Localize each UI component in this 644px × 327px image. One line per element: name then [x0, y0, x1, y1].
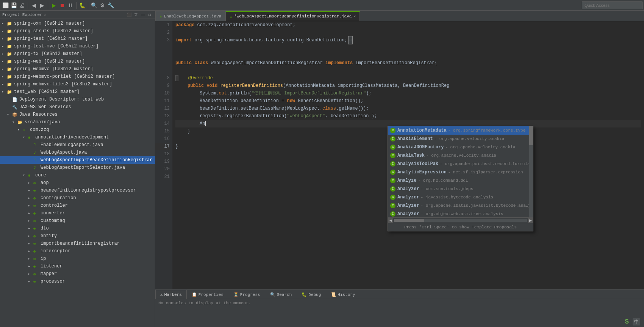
tree-item-dto[interactable]: ▸⊕dto: [0, 225, 155, 232]
tree-item-spring-test[interactable]: ▸📁spring-test [CeShi2 master]: [0, 35, 155, 42]
tree-item-annotationdrivendevelopment[interactable]: ▾⊕annotationdrivendevelopment: [0, 134, 155, 141]
tree-item-ip[interactable]: ▸⊕ip: [0, 255, 155, 263]
explorer-maximize-btn[interactable]: □: [147, 12, 153, 18]
tree-item-java-resources[interactable]: ▾📦Java Resources: [0, 111, 155, 118]
toolbar-btn-stop[interactable]: ⏹: [58, 2, 66, 9]
tree-item-EnableWebLogAspect[interactable]: JEnableWebLogAspect.java: [0, 141, 155, 149]
toolbar-btn-print[interactable]: 🖨: [18, 2, 26, 9]
tree-item-com-zzq[interactable]: ▾⊕com.zzq: [0, 126, 155, 134]
tree-item-spring-webmvc-tiles3[interactable]: ▸📁spring-webmvc-tiles3 [CeShi2 master]: [0, 80, 155, 88]
tree-item-spring-web[interactable]: ▸📁spring-web [CeShi2 master]: [0, 58, 155, 65]
tree-item-beaneefinitionregistrypostprocessor[interactable]: ▸⊕beaneefinitionregistrypostprocessor: [0, 187, 155, 194]
code-line-14: BeanDefinition beanDefinition = new Gene…: [175, 97, 641, 105]
autocomplete-item-1[interactable]: C AnakiaElement - org.apache.velocity.an…: [388, 135, 529, 143]
tree-arrow-spring-web: ▸: [2, 59, 7, 64]
tree-item-WebLogAspectImportBeanDefinitionRegistrar[interactable]: JWebLogAspectImportBeanDefinitionRegistr…: [0, 156, 155, 164]
tree-item-aop[interactable]: ▸⊕aop: [0, 179, 155, 187]
tree-item-spring-oxm[interactable]: ▸📁spring-oxm [CeShi2 master]: [0, 20, 155, 27]
tab-enable-weblog[interactable]: ☕ EnableWebLogAspect.java: [155, 11, 225, 21]
bottom-tab-properties[interactable]: 📋 Properties: [187, 290, 228, 299]
tree-item-spring-test-mvc[interactable]: ▸📁spring-test-mvc [CeShi2 master]: [0, 42, 155, 50]
toolbar-btn-forward[interactable]: ▶: [38, 2, 46, 9]
tree-icon-jax-ws: 🔧: [12, 105, 18, 110]
tab-close-icon[interactable]: ✕: [353, 14, 356, 19]
tree-label-spring-webmvc-tiles3: spring-webmvc-tiles3 [CeShi2 master]: [14, 82, 112, 87]
autocomplete-scrollbar[interactable]: [529, 126, 533, 217]
project-tree[interactable]: ▸📁spring-oxm [CeShi2 master]▸📁spring-str…: [0, 19, 155, 327]
autocomplete-icon-5: C: [390, 170, 395, 175]
autocomplete-item-3[interactable]: C AnakiaTask - org.apache.velocity.anaki…: [388, 151, 529, 160]
tree-item-importbeandefinitionregistrar[interactable]: ▸⊕importbeandefinitionregistrar: [0, 240, 155, 247]
tree-icon-spring-webmvc-tiles3: 📁: [7, 82, 13, 87]
autocomplete-hscroll-left[interactable]: ◀: [388, 218, 393, 223]
tree-label-com-zzq: com.zzq: [30, 127, 49, 132]
autocomplete-item-9[interactable]: C Analyzer - org.apache.ibatis.javassist…: [388, 201, 529, 210]
bottom-tab-debug[interactable]: 🐛 Debug: [297, 290, 326, 299]
line-numbers: 1 2 3 8 9 10 11 12 13 14 15 16 17 18 19: [155, 21, 172, 289]
autocomplete-dropdown[interactable]: C AnnotationMetadata - org.springframewo…: [388, 126, 533, 231]
autocomplete-item-5[interactable]: C AnalyticExpression - net.sf.jsqlparser…: [388, 168, 529, 176]
tree-label-spring-test-mvc: spring-test-mvc [CeShi2 master]: [14, 44, 98, 49]
autocomplete-scrollbar-thumb: [529, 126, 533, 145]
toolbar-btn-pause[interactable]: ⏸: [67, 2, 74, 9]
autocomplete-item-8[interactable]: C Analyzer - javassist.bytecode.analysis: [388, 193, 529, 201]
tree-item-spring-webmvc-portlet[interactable]: ▸📁spring-webmvc-portlet [CeShi2 master]: [0, 73, 155, 80]
tree-icon-ip: ⊕: [33, 256, 39, 261]
tab-weblogaspect-registrar[interactable]: ☕ *WebLogAspectImportBeanDefinitionRegis…: [225, 11, 360, 21]
tree-item-test_web[interactable]: ▾📁test_web [CeShi2 master]: [0, 88, 155, 96]
tree-item-converter[interactable]: ▸⊕converter: [0, 209, 155, 217]
tree-item-spring-tx[interactable]: ▸📁spring-tx [CeShi2 master]: [0, 50, 155, 58]
tree-label-WebLogAspectImportSelector: WebLogAspectImportSelector.java: [41, 165, 125, 170]
tree-item-deployment-descriptor[interactable]: 📄Deployment Descriptor: test_web: [0, 96, 155, 103]
autocomplete-item-4[interactable]: C AnalysisToolPak - org.apache.poi.hssf.…: [388, 160, 529, 168]
tree-item-controller[interactable]: ▸⊕controller: [0, 202, 155, 209]
bottom-tab-markers[interactable]: ⚠ Markers: [155, 290, 187, 299]
explorer-collapse-btn[interactable]: ⬛: [126, 12, 132, 18]
tree-item-core[interactable]: ▾⊕core: [0, 171, 155, 179]
tree-item-WebLogAspect[interactable]: JWebLogAspect.java: [0, 149, 155, 156]
toolbar-btn-back[interactable]: ◀: [30, 2, 38, 9]
autocomplete-item-0[interactable]: C AnnotationMetadata - org.springframewo…: [388, 126, 529, 135]
tree-item-processor[interactable]: ▸⊕processor: [0, 278, 155, 285]
tree-item-mapper[interactable]: ▸⊕mapper: [0, 270, 155, 278]
tree-icon-spring-web: 📁: [7, 59, 13, 64]
autocomplete-item-10[interactable]: C Analyzer - org.objectweb.asm.tree.anal…: [388, 210, 529, 217]
explorer-minimize-btn[interactable]: —: [140, 12, 146, 18]
toolbar-btn-debug[interactable]: 🐛: [78, 2, 86, 9]
toolbar-btn-save[interactable]: 💾: [10, 2, 17, 9]
bottom-tab-progress[interactable]: ⏳ Progress: [228, 290, 265, 299]
tree-item-spring-struts[interactable]: ▸📁spring-struts [CeShi2 master]: [0, 27, 155, 35]
tree-item-WebLogAspectImportSelector[interactable]: JWebLogAspectImportSelector.java: [0, 164, 155, 171]
markers-icon: ⚠: [160, 292, 163, 297]
toolbar-btn-search[interactable]: 🔍: [90, 2, 98, 9]
toolbar-btn-run[interactable]: ▶: [50, 2, 58, 9]
tree-item-jax-ws[interactable]: 🔧JAX-WS Web Services: [0, 103, 155, 111]
bottom-tab-search[interactable]: 🔍 Search: [265, 290, 297, 299]
autocomplete-item-2[interactable]: C AnakiaJDOMFactory - org.apache.velocit…: [388, 143, 529, 151]
bottom-tab-history[interactable]: 📜 History: [326, 290, 360, 299]
autocomplete-hscroll-right[interactable]: ▶: [528, 218, 533, 223]
autocomplete-item-6[interactable]: C Analyze - org.h2.command.ddl: [388, 176, 529, 185]
tree-label-importbeandefinitionregistrar: importbeandefinitionregistrar: [41, 241, 120, 246]
tree-icon-spring-struts: 📁: [7, 29, 13, 34]
autocomplete-icon-7: C: [390, 186, 395, 192]
tree-icon-listener: ⊕: [33, 264, 39, 269]
autocomplete-item-7[interactable]: C Analyzer - com.sun.tools.jdeps: [388, 185, 529, 193]
toolbar-btn-new[interactable]: ⬜: [2, 2, 9, 9]
tree-item-listener[interactable]: ▸⊕listener: [0, 263, 155, 270]
code-content[interactable]: package com.zzq.annotationdrivendevelopm…: [172, 21, 644, 289]
tree-item-spring-webmvc[interactable]: ▸📁spring-webmvc [CeShi2 master]: [0, 65, 155, 73]
tree-item-interceptor[interactable]: ▸⊕interceptor: [0, 247, 155, 255]
autocomplete-hscroll[interactable]: ◀ ▶: [388, 217, 533, 223]
tree-item-customtag[interactable]: ▸⊕customtag: [0, 217, 155, 225]
tree-item-entity[interactable]: ▸⊕entity: [0, 232, 155, 240]
quick-access-input[interactable]: [582, 2, 642, 9]
tree-icon-spring-tx: 📁: [7, 52, 13, 57]
toolbar-btn-settings[interactable]: ⚙: [98, 2, 106, 9]
toolbar-btn-build[interactable]: 🔧: [107, 2, 114, 9]
tree-item-configuration[interactable]: ▸⊕configuration: [0, 194, 155, 202]
separator-2: [48, 2, 48, 9]
tree-item-src-main-java[interactable]: ▾📂src/main/java: [0, 118, 155, 126]
explorer-menu-btn[interactable]: ▽: [133, 12, 139, 18]
code-line-13: System. out .println( "使用注解驱动 ImportBean…: [175, 90, 641, 97]
